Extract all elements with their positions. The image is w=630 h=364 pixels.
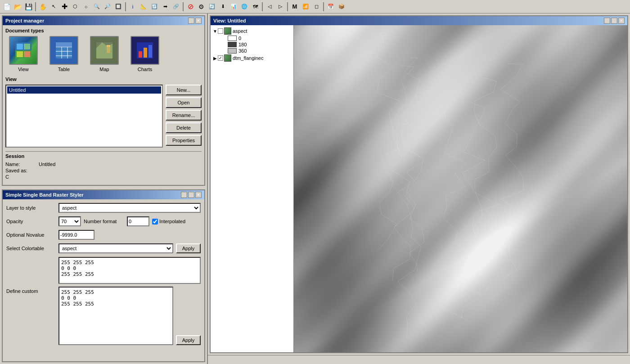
open-icon[interactable]: 📂 — [13, 2, 22, 12]
session-name-row: Name: Untitled — [5, 162, 202, 167]
doc-type-map-icon — [90, 36, 119, 65]
zoom-box-icon[interactable]: 🔲 — [113, 2, 123, 12]
download-icon[interactable]: ⬇ — [218, 2, 228, 12]
interpolated-checkbox[interactable] — [152, 219, 158, 225]
svg-rect-20 — [148, 45, 152, 58]
tree-item-aspect[interactable]: ▼ aspect — [212, 27, 292, 35]
tree-item-dtm[interactable]: ▶ dtm_flanginec — [212, 54, 292, 62]
measure-icon[interactable]: 📐 — [139, 2, 148, 12]
rename-view-button[interactable]: Rename... — [166, 110, 202, 121]
package-icon[interactable]: 📦 — [337, 2, 346, 12]
toolbar-sep-4 — [262, 2, 263, 11]
aspect-checkbox[interactable] — [218, 28, 223, 34]
dtm-checkbox[interactable] — [218, 55, 223, 61]
view-close-button[interactable]: ✕ — [618, 18, 625, 24]
map-svg — [95, 41, 113, 59]
signal-icon[interactable]: 📶 — [301, 2, 310, 12]
arrow-icon[interactable]: ➡ — [160, 2, 170, 12]
info-icon[interactable]: i — [128, 2, 138, 12]
restore-button[interactable]: □ — [188, 18, 194, 24]
link-icon[interactable]: 🔗 — [171, 2, 181, 12]
zoom-in-icon[interactable]: 🔍 — [92, 2, 102, 12]
doc-type-view[interactable]: View — [5, 36, 41, 72]
session-saved-key: Saved as: — [5, 168, 37, 173]
map-icon[interactable]: 🗺 — [250, 2, 260, 12]
main-layout: Project manager □ ✕ Document types — [0, 13, 630, 364]
stop-icon[interactable]: ⊘ — [185, 2, 195, 12]
session-saved-row: Saved as: — [5, 168, 202, 173]
apply-colortable-button[interactable]: Apply — [176, 243, 201, 253]
view-max-button[interactable]: □ — [611, 18, 617, 24]
view-min-button[interactable]: □ — [604, 18, 610, 24]
custom-textarea[interactable] — [58, 287, 173, 345]
opacity-row: Opacity 70 Number format Interpolated — [6, 216, 201, 226]
doc-type-table-label: Table — [58, 67, 70, 72]
styler-close-button[interactable]: ✕ — [195, 192, 202, 198]
chart-icon[interactable]: 📊 — [229, 2, 238, 12]
sync-icon[interactable]: 🔄 — [207, 2, 217, 12]
table-svg — [55, 41, 73, 59]
properties-view-button[interactable]: Properties — [166, 135, 202, 146]
layer-to-style-select[interactable]: aspect — [58, 203, 201, 213]
doc-type-charts[interactable]: Charts — [127, 36, 163, 72]
forward-icon[interactable]: ▷ — [275, 2, 285, 12]
styler-panel: Simple Single Band Raster Styler □ □ ✕ L… — [2, 189, 205, 362]
opacity-label: Opacity — [6, 219, 56, 224]
select-icon[interactable]: ↖ — [49, 2, 58, 12]
swatch-180 — [228, 42, 237, 47]
open-view-button[interactable]: Open — [166, 97, 202, 108]
aspect-expand[interactable]: ▼ — [212, 28, 218, 34]
back-icon[interactable]: ◁ — [265, 2, 274, 12]
dtm-icon — [224, 54, 231, 62]
placeholder-icon[interactable]: ◻ — [311, 2, 321, 12]
view-content: ▼ aspect 0 — [211, 25, 627, 352]
doc-types-container: View — [5, 36, 202, 72]
view-section: View Untitled New... Open Rename... Dele… — [5, 76, 202, 148]
save-icon[interactable]: 💾 — [23, 2, 33, 12]
calendar-icon[interactable]: 📅 — [326, 2, 336, 12]
doc-type-charts-icon — [130, 36, 159, 65]
view-window-title: View: Untitled — [213, 18, 246, 23]
svg-rect-18 — [139, 51, 142, 58]
aspect-label: aspect — [233, 28, 247, 34]
opacity-select[interactable]: 70 — [58, 216, 81, 226]
colortable-label: Select Colortable — [6, 246, 56, 251]
polygon-icon[interactable]: ⬡ — [70, 2, 80, 12]
map-canvas[interactable] — [294, 25, 627, 352]
swatch-label-360: 360 — [238, 48, 247, 54]
settings-icon[interactable]: ⚙ — [196, 2, 206, 12]
swatch-item-0: 0 — [213, 35, 292, 41]
toolbar-sep-2 — [125, 2, 126, 11]
colortable-select[interactable]: aspect — [58, 243, 173, 253]
delete-view-button[interactable]: Delete — [166, 122, 202, 133]
toolbar-sep-1 — [35, 2, 36, 11]
colortable-row: Select Colortable aspect Apply — [6, 243, 201, 253]
doc-type-map[interactable]: Map — [86, 36, 122, 72]
doc-type-table[interactable]: Table — [46, 36, 82, 72]
pan-icon[interactable]: ✋ — [38, 2, 48, 12]
new-icon[interactable]: 📄 — [2, 2, 12, 12]
add-icon[interactable]: ✚ — [59, 2, 69, 12]
view-list-item-untitled[interactable]: Untitled — [7, 86, 161, 94]
session-c-key: C — [5, 174, 37, 180]
left-panel: Project manager □ ✕ Document types — [0, 13, 208, 364]
m-icon[interactable]: M — [290, 2, 300, 12]
styler-titlebar: Simple Single Band Raster Styler □ □ ✕ — [3, 190, 204, 199]
number-format-input[interactable] — [127, 216, 149, 226]
apply-custom-button[interactable]: Apply — [176, 335, 201, 345]
session-label: Session — [5, 153, 202, 159]
view-list[interactable]: Untitled — [5, 85, 163, 148]
project-manager-titlebar: Project manager □ ✕ — [3, 16, 204, 25]
novalue-input[interactable] — [58, 230, 94, 240]
zoom-out-icon[interactable]: 🔎 — [103, 2, 112, 12]
view-window: View: Untitled □ □ ✕ ▼ aspect — [210, 15, 628, 353]
circle-icon[interactable]: ○ — [81, 2, 91, 12]
styler-max-button[interactable]: □ — [188, 192, 194, 198]
close-button[interactable]: ✕ — [195, 18, 202, 24]
globe-icon[interactable]: 🌐 — [239, 2, 249, 12]
refresh-icon[interactable]: 🔃 — [149, 2, 159, 12]
view-svg — [14, 41, 32, 59]
styler-min-button[interactable]: □ — [181, 192, 187, 198]
new-view-button[interactable]: New... — [166, 85, 202, 95]
dtm-expand[interactable]: ▶ — [212, 55, 218, 61]
